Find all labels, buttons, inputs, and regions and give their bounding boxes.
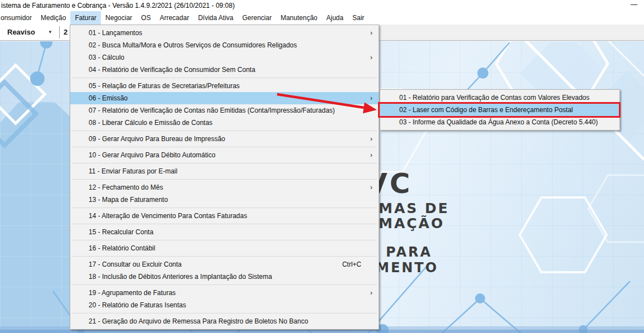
menubar-item-medicao[interactable]: Medição [36,11,70,25]
toolbar-divider [59,26,60,38]
background-logo-text: MAS DE [379,200,449,216]
menu-item-label: 14 - Alteração de Vencimento Para Contas… [89,212,247,220]
menu-item-08-liberar-calculo[interactable]: 08 - Liberar Cálculo e Emissão de Contas [70,117,379,129]
menu-item-label: 10 - Gerar Arquivo Para Débito Automátic… [89,151,215,159]
menu-item-01-lancamentos[interactable]: 01 - Lançamentos › [70,27,379,39]
minimize-icon[interactable]: — [628,1,640,9]
menubar-item-os[interactable]: OS [137,11,155,25]
menu-separator [72,78,377,78]
menu-item-label: 20 - Relatório de Faturas Isentas [89,301,186,309]
menubar-item-divida-ativa[interactable]: Dívida Ativa [193,11,238,25]
menu-separator [72,313,377,313]
menu-item-11-enviar-faturas-email[interactable]: 11 - Enviar Faturas por E-mail [70,165,379,177]
menu-item-15-recalcular-conta[interactable]: 15 - Recalcular Conta [70,226,379,238]
menu-separator [72,179,377,180]
menu-item-21-geracao-remessa-boletos[interactable]: 21 - Geração do Arquivo de Remessa Para … [70,315,379,327]
reaviso-dropdown[interactable]: Reaviso [7,28,35,36]
menu-item-label: 01 - Lançamentos [89,29,142,37]
menu-item-label: 12 - Fechamento do Mês [89,184,163,191]
menu-item-label: 06 - Emissão [89,94,128,102]
menu-item-label: 09 - Gerar Arquivo Para Bureau de Impres… [89,135,225,143]
menu-item-12-fechamento-mes[interactable]: 12 - Fechamento do Mês › [70,181,379,194]
menu-item-shortcut: Ctrl+C [342,258,361,271]
menu-item-17-consultar-excluir-conta[interactable]: 17 - Consultar ou Excluir Conta Ctrl+C [70,258,379,271]
menu-item-02-busca-multa[interactable]: 02 - Busca Multa/Mora e Outros Serviços … [70,39,379,51]
menu-item-04-relatorio-consumidor-sem-conta[interactable]: 04 - Relatório de Verificação de Consumi… [70,64,379,76]
menubar-item-consumidor[interactable]: onsumidor [0,11,36,25]
menu-bar: onsumidor Medição Faturar Negociar OS Ar… [0,11,644,25]
menu-item-16-relatorio-contabil[interactable]: 16 - Relatório Contábil [70,242,379,254]
background-logo-text: MENTO [376,260,438,276]
submenu-arrow-icon: › [370,149,372,161]
menu-item-label: 02 - Busca Multa/Mora e Outros Serviços … [89,41,297,49]
submenu-arrow-icon: › [370,51,372,64]
menu-item-18-inclusao-debitos[interactable]: 18 - Inclusão de Débitos Anteriores a Im… [70,271,379,283]
menu-item-label: 13 - Mapa de Faturamento [89,196,168,204]
menu-item-label: 03 - Cálculo [89,54,124,61]
menu-item-label: 16 - Relatório Contábil [89,244,155,252]
menu-item-label: 05 - Relação de Faturas de Secretarias/P… [89,82,240,90]
menu-item-label: 04 - Relatório de Verificação de Consumi… [89,66,255,74]
menu-item-label: 01 - Relatório para Verificação de Conta… [399,94,589,102]
submenu-arrow-icon: › [370,133,372,145]
menu-item-label: 02 - Laser com Código de Barras e Endere… [399,106,573,114]
menu-separator [72,147,377,147]
app-window: VC MAS DE MAÇÃO PARA MENTO istema de Fat… [0,0,644,333]
background-logo-text: MAÇÃO [379,215,444,231]
menu-item-10-debito-automatico[interactable]: 10 - Gerar Arquivo Para Débito Automátic… [70,149,379,161]
menu-item-14-alteracao-vencimento[interactable]: 14 - Alteração de Vencimento Para Contas… [70,210,379,222]
toolbar-partial-text: 2 [64,28,67,36]
menu-item-label: 17 - Consultar ou Excluir Conta [89,260,182,268]
menu-separator [72,240,377,240]
menu-item-label: 15 - Recalcular Conta [89,228,153,236]
menu-separator [72,256,377,257]
menu-separator [72,224,377,224]
title-bar: istema de Faturamento e Cobrança - Versã… [0,0,644,11]
menu-item-07-relatorio-contas-nao-emitidas[interactable]: 07 - Relatório de Verificação de Contas … [70,104,379,117]
menubar-item-ajuda[interactable]: Ajuda [322,11,348,25]
submenu-arrow-icon: › [370,92,372,104]
menu-separator [72,207,377,208]
menu-separator [72,284,377,285]
menu-separator [72,163,377,163]
window-title: istema de Faturamento e Cobrança - Versã… [1,2,235,9]
menu-item-label: 11 - Enviar Faturas por E-mail [89,167,177,175]
menubar-item-manutencao[interactable]: Manutenção [276,11,322,25]
submenu-arrow-icon: › [370,287,372,299]
menu-item-label: 18 - Inclusão de Débitos Anteriores a Im… [89,273,272,281]
menu-item-label: 03 - Informe da Qualidade da Água Anexo … [399,118,598,126]
background-logo-text: PARA [386,244,432,260]
menu-item-06-emissao[interactable]: 06 - Emissão › [70,92,379,104]
menu-item-03-calculo[interactable]: 03 - Cálculo › [70,51,379,64]
faturar-dropdown-menu: 01 - Lançamentos › 02 - Busca Multa/Mora… [70,25,379,330]
menu-separator [72,131,377,131]
menubar-item-arrecadar[interactable]: Arrecadar [155,11,193,25]
menu-item-label: 08 - Liberar Cálculo e Emissão de Contas [89,119,212,127]
menu-item-label: 19 - Agrupamento de Faturas [89,289,176,297]
menubar-item-faturar[interactable]: Faturar [70,11,101,25]
menubar-item-sair[interactable]: Sair [348,11,369,25]
emissao-submenu: 01 - Relatório para Verificação de Conta… [380,89,620,131]
menu-item-09-bureau-impressao[interactable]: 09 - Gerar Arquivo Para Bureau de Impres… [70,133,379,145]
submenu-item-01-relatorio-valores-elevados[interactable]: 01 - Relatório para Verificação de Conta… [380,91,619,104]
menubar-item-negociar[interactable]: Negociar [101,11,137,25]
menu-item-19-agrupamento-faturas[interactable]: 19 - Agrupamento de Faturas › [70,287,379,299]
menu-item-13-mapa-faturamento[interactable]: 13 - Mapa de Faturamento [70,194,379,206]
submenu-arrow-icon: › [370,181,372,194]
chevron-down-icon[interactable]: ▼ [48,30,52,35]
menu-item-05-relacao-faturas[interactable]: 05 - Relação de Faturas de Secretarias/P… [70,80,379,92]
submenu-item-02-laser-codigo-barras[interactable]: 02 - Laser com Código de Barras e Endere… [380,104,619,116]
menubar-item-gerenciar[interactable]: Gerenciar [238,11,277,25]
menu-item-20-relatorio-faturas-isentas[interactable]: 20 - Relatório de Faturas Isentas [70,299,379,311]
submenu-item-03-informe-qualidade-agua[interactable]: 03 - Informe da Qualidade da Água Anexo … [380,116,619,128]
menu-item-label: 21 - Geração do Arquivo de Remessa Para … [89,317,308,325]
menu-item-label: 07 - Relatório de Verificação de Contas … [89,107,335,114]
submenu-arrow-icon: › [370,27,372,39]
